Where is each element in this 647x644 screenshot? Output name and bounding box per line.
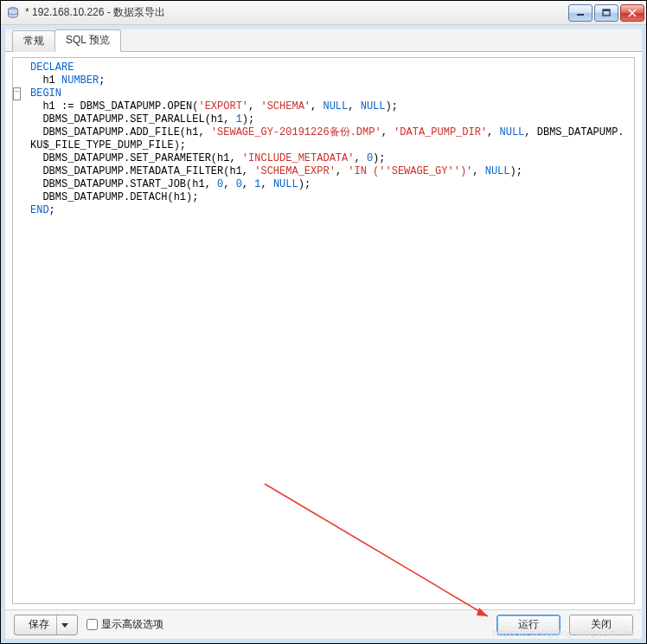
svg-marker-8 (61, 623, 68, 628)
close-window-button[interactable] (620, 4, 644, 22)
tab-sql-preview[interactable]: SQL 预览 (54, 29, 121, 52)
tab-general[interactable]: 常规 (12, 30, 55, 52)
save-dropdown-caret[interactable] (56, 615, 72, 634)
code-content[interactable]: DECLARE h1 NUMBER; BEGIN h1 := DBMS_DATA… (13, 58, 634, 221)
save-button[interactable]: 保存 (14, 615, 78, 635)
minimize-button[interactable] (568, 4, 593, 22)
window-controls (567, 4, 644, 22)
run-button[interactable]: 运行 (496, 615, 561, 635)
show-advanced-label: 显示高级选项 (101, 617, 163, 632)
show-advanced-input[interactable] (86, 619, 98, 630)
code-gutter: − (13, 58, 27, 217)
close-button-label: 关闭 (591, 617, 612, 632)
maximize-button[interactable] (594, 4, 618, 22)
save-button-label: 保存 (29, 617, 49, 632)
client-area: 常规 SQL 预览 − DECLARE h1 NUMBER; BEGIN h1 … (1, 25, 646, 643)
fold-icon[interactable]: − (13, 87, 21, 100)
titlebar-left: * 192.168.10.226 - 数据泵导出 (6, 5, 165, 20)
close-button[interactable]: 关闭 (569, 615, 633, 635)
tab-strip: 常规 SQL 预览 (5, 29, 642, 52)
show-advanced-checkbox[interactable]: 显示高级选项 (86, 617, 163, 632)
window-title: * 192.168.10.226 - 数据泵导出 (25, 5, 165, 20)
run-button-label: 运行 (518, 617, 539, 632)
code-editor[interactable]: − DECLARE h1 NUMBER; BEGIN h1 := DBMS_DA… (12, 57, 635, 604)
footer: 保存 显示高级选项 运行 关闭 (5, 609, 642, 639)
titlebar: * 192.168.10.226 - 数据泵导出 (1, 1, 646, 25)
app-db-icon (6, 6, 20, 20)
